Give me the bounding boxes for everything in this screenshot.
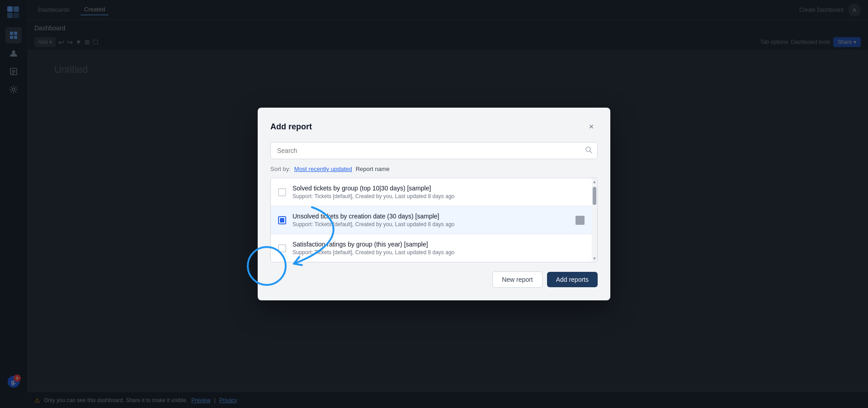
search-input[interactable] (270, 142, 598, 159)
report-name-3: Satisfaction ratings by group (this year… (292, 241, 585, 248)
modal-overlay[interactable]: Add report × Sort by: Most recently upda… (0, 0, 868, 408)
add-report-modal: Add report × Sort by: Most recently upda… (258, 108, 610, 300)
scrollbar[interactable]: ▲ ▼ (592, 178, 597, 262)
add-reports-button[interactable]: Add reports (547, 272, 598, 287)
scroll-thumb[interactable] (593, 187, 596, 205)
modal-footer: New report Add reports (270, 271, 598, 288)
app-background: g. 9 Dashboards Created Create Dashboard… (0, 0, 868, 408)
sort-label: Sort by: (270, 166, 291, 172)
new-report-button[interactable]: New report (492, 271, 542, 288)
search-container (270, 142, 598, 159)
drag-handle[interactable] (576, 216, 585, 225)
report-info-3: Satisfaction ratings by group (this year… (292, 241, 585, 256)
report-list-items: Solved tickets by group (top 10|30 days)… (271, 178, 592, 262)
search-icon[interactable] (585, 146, 592, 155)
sort-recently-updated[interactable]: Most recently updated (294, 166, 352, 172)
report-name-1: Solved tickets by group (top 10|30 days)… (292, 185, 585, 192)
report-checkbox-2[interactable] (278, 216, 286, 224)
sort-row: Sort by: Most recently updated Report na… (270, 166, 598, 172)
table-row[interactable]: Unsolved tickets by creation date (30 da… (271, 206, 592, 234)
report-info-1: Solved tickets by group (top 10|30 days)… (292, 185, 585, 199)
report-checkbox-3[interactable] (278, 244, 286, 252)
scroll-down-arrow[interactable]: ▼ (591, 255, 598, 262)
modal-header: Add report × (270, 120, 598, 133)
report-meta-3: Support: Tickets [default], Created by y… (292, 249, 585, 256)
scroll-up-arrow[interactable]: ▲ (591, 178, 598, 185)
table-row[interactable]: Solved tickets by group (top 10|30 days)… (271, 178, 592, 206)
svg-line-17 (590, 151, 592, 153)
sort-report-name[interactable]: Report name (356, 166, 390, 172)
report-list: Solved tickets by group (top 10|30 days)… (270, 178, 598, 262)
table-row[interactable]: Satisfaction ratings by group (this year… (271, 234, 592, 262)
report-list-scroll: Solved tickets by group (top 10|30 days)… (271, 178, 597, 262)
report-meta-2: Support: Tickets [default], Created by y… (292, 221, 569, 228)
report-checkbox-1[interactable] (278, 188, 286, 196)
report-meta-1: Support: Tickets [default], Created by y… (292, 193, 585, 199)
modal-close-button[interactable]: × (585, 120, 598, 133)
report-info-2: Unsolved tickets by creation date (30 da… (292, 213, 569, 228)
modal-title: Add report (270, 122, 312, 132)
report-name-2: Unsolved tickets by creation date (30 da… (292, 213, 569, 220)
